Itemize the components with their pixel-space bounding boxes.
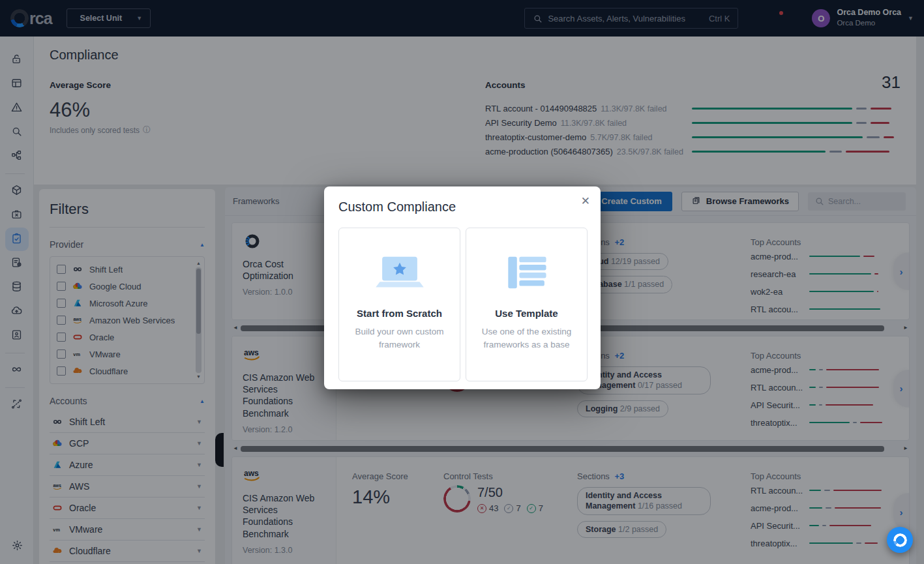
orca-assistant-fab[interactable]: [887, 527, 913, 553]
option-description: Build your own custom framework: [348, 325, 451, 351]
use-template-card[interactable]: Use Template Use one of the existing fra…: [466, 228, 588, 381]
custom-compliance-modal: Custom Compliance ✕ Start from Scratch B…: [324, 186, 601, 389]
modal-title: Custom Compliance: [338, 200, 588, 215]
laptop-star-icon: [348, 252, 451, 293]
option-title: Start from Scratch: [348, 308, 451, 319]
template-icon: [475, 252, 578, 293]
orca-fab-icon: [893, 533, 907, 547]
option-description: Use one of the existing frameworks as a …: [475, 325, 578, 351]
option-title: Use Template: [475, 308, 578, 319]
modal-options: Start from Scratch Build your own custom…: [338, 228, 588, 381]
orca-app: rca Select Unit ▼ Ctrl K O Orca Demo Orc…: [0, 0, 924, 564]
start-from-scratch-card[interactable]: Start from Scratch Build your own custom…: [338, 228, 460, 381]
close-icon[interactable]: ✕: [581, 196, 590, 207]
